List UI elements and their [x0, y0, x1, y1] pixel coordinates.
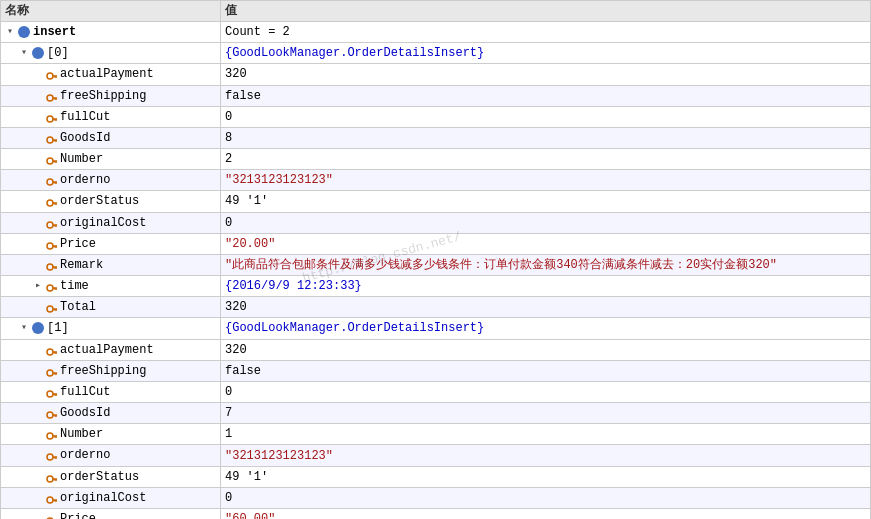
table-row: ▸time{2016/9/9 12:23:33} — [1, 276, 871, 297]
node-label: orderStatus — [60, 470, 139, 484]
node-value: 49 '1' — [221, 466, 871, 487]
node-label: Remark — [60, 258, 103, 272]
node-value: 0 — [221, 487, 871, 508]
node-value: "3213123123123" — [221, 445, 871, 466]
table-row: actualPayment320 — [1, 64, 871, 85]
collapse-icon[interactable]: ▾ — [19, 48, 29, 58]
node-value: 1 — [221, 424, 871, 445]
node-label: orderno — [60, 448, 110, 462]
svg-point-24 — [47, 200, 53, 206]
svg-point-48 — [47, 349, 53, 355]
table-row: fullCut0 — [1, 106, 871, 127]
node-label: [0] — [47, 46, 69, 60]
node-label: actualPayment — [60, 343, 154, 357]
svg-point-8 — [47, 116, 53, 122]
node-value: 7 — [221, 403, 871, 424]
node-label: [1] — [47, 321, 69, 335]
object-icon — [32, 322, 44, 334]
table-row: Number1 — [1, 424, 871, 445]
expand-icon[interactable]: ▸ — [33, 281, 43, 291]
node-value: 320 — [221, 297, 871, 318]
svg-point-40 — [47, 285, 53, 291]
node-value: 320 — [221, 339, 871, 360]
node-label: Number — [60, 152, 103, 166]
svg-point-20 — [47, 179, 53, 185]
svg-point-16 — [47, 158, 53, 164]
svg-point-44 — [47, 306, 53, 312]
node-label: GoodsId — [60, 131, 110, 145]
node-label: orderStatus — [60, 194, 139, 208]
col-name-header: 名称 — [1, 1, 221, 22]
node-value: {2016/9/9 12:23:33} — [221, 276, 871, 297]
node-value: false — [221, 85, 871, 106]
table-row: freeShippingfalse — [1, 360, 871, 381]
svg-point-64 — [47, 433, 53, 439]
table-row: Remark"此商品符合包邮条件及满多少钱减多少钱条件：订单付款金额340符合满… — [1, 254, 871, 275]
table-row: ▾[1]{GoodLookManager.OrderDetailsInsert} — [1, 318, 871, 339]
table-row: orderno"3213123123123" — [1, 445, 871, 466]
svg-point-28 — [47, 222, 53, 228]
node-label: insert — [33, 25, 76, 39]
svg-point-56 — [47, 391, 53, 397]
table-row: Price"60.00" — [1, 508, 871, 519]
node-value: 0 — [221, 381, 871, 402]
table-row: GoodsId8 — [1, 127, 871, 148]
table-row: actualPayment320 — [1, 339, 871, 360]
table-row: orderStatus49 '1' — [1, 191, 871, 212]
svg-point-52 — [47, 370, 53, 376]
node-value: 0 — [221, 106, 871, 127]
table-row: originalCost0 — [1, 487, 871, 508]
table-row: fullCut0 — [1, 381, 871, 402]
svg-point-4 — [47, 95, 53, 101]
table-row: Total320 — [1, 297, 871, 318]
node-label: orderno — [60, 173, 110, 187]
node-value: 0 — [221, 212, 871, 233]
table-row: Price"20.00" — [1, 233, 871, 254]
node-value: 8 — [221, 127, 871, 148]
table-row: ▾[0]{GoodLookManager.OrderDetailsInsert} — [1, 43, 871, 64]
svg-point-68 — [47, 454, 53, 460]
node-value: "60.00" — [221, 508, 871, 519]
node-value: {GoodLookManager.OrderDetailsInsert} — [221, 318, 871, 339]
svg-point-72 — [47, 476, 53, 482]
node-label: originalCost — [60, 491, 146, 505]
svg-point-36 — [47, 264, 53, 270]
array-icon — [18, 26, 30, 38]
collapse-icon[interactable]: ▾ — [19, 323, 29, 333]
object-icon — [32, 47, 44, 59]
svg-point-76 — [47, 497, 53, 503]
node-label: freeShipping — [60, 364, 146, 378]
node-value: "20.00" — [221, 233, 871, 254]
node-label: Total — [60, 300, 96, 314]
debug-tree-table: 名称 值 ▾insertCount = 2▾[0]{GoodLookManage… — [0, 0, 871, 519]
table-row: orderno"3213123123123" — [1, 170, 871, 191]
col-value-header: 值 — [221, 1, 871, 22]
node-value: 2 — [221, 149, 871, 170]
svg-point-60 — [47, 412, 53, 418]
node-label: Price — [60, 237, 96, 251]
node-label: fullCut — [60, 385, 110, 399]
node-value: false — [221, 360, 871, 381]
svg-point-12 — [47, 137, 53, 143]
node-label: Price — [60, 512, 96, 519]
svg-point-32 — [47, 243, 53, 249]
node-label: actualPayment — [60, 67, 154, 81]
node-label: time — [60, 279, 89, 293]
svg-point-0 — [47, 73, 53, 79]
node-label: GoodsId — [60, 406, 110, 420]
node-label: fullCut — [60, 110, 110, 124]
table-row: orderStatus49 '1' — [1, 466, 871, 487]
node-label: freeShipping — [60, 89, 146, 103]
node-value: "3213123123123" — [221, 170, 871, 191]
node-value: 320 — [221, 64, 871, 85]
node-value: 49 '1' — [221, 191, 871, 212]
table-row: ▾insertCount = 2 — [1, 22, 871, 43]
node-value: {GoodLookManager.OrderDetailsInsert} — [221, 43, 871, 64]
table-row: freeShippingfalse — [1, 85, 871, 106]
node-label: originalCost — [60, 216, 146, 230]
collapse-icon[interactable]: ▾ — [5, 27, 15, 37]
node-value: "此商品符合包邮条件及满多少钱减多少钱条件：订单付款金额340符合满减条件减去：… — [221, 254, 871, 275]
node-label: Number — [60, 427, 103, 441]
table-row: GoodsId7 — [1, 403, 871, 424]
node-value: Count = 2 — [221, 22, 871, 43]
